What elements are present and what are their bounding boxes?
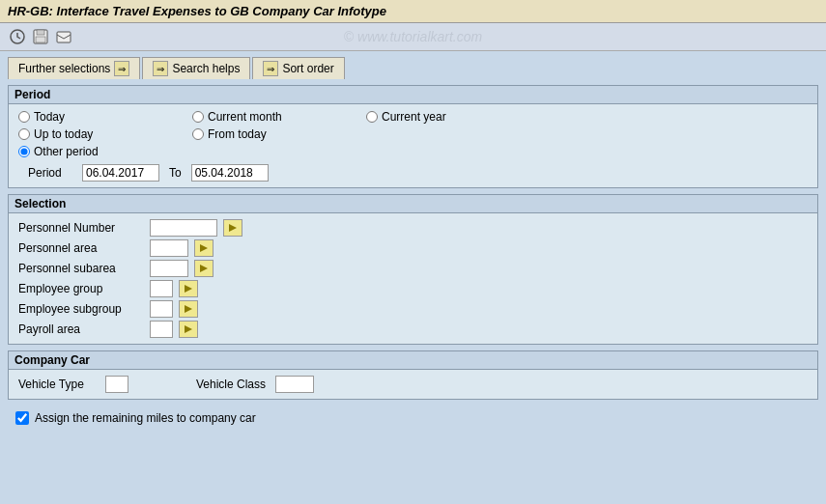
save-icon[interactable] xyxy=(31,27,50,46)
radio-today-label: Today xyxy=(34,110,65,124)
period-section-title: Period xyxy=(9,86,817,104)
radio-today: Today xyxy=(18,110,192,124)
radio-current-month: Current month xyxy=(192,110,366,124)
sel-row-personnel-number: Personnel Number xyxy=(18,219,808,237)
title-bar: HR-GB: Interface Travel Expenses to GB C… xyxy=(0,0,826,23)
vehicle-class-label: Vehicle Class xyxy=(196,378,266,391)
clock-icon[interactable] xyxy=(8,27,27,46)
main-content: Period Today Current month Current year … xyxy=(0,79,826,436)
sel-input-employee-subgroup[interactable] xyxy=(150,300,173,318)
sel-input-personnel-number[interactable] xyxy=(150,219,217,237)
svg-marker-6 xyxy=(200,244,208,252)
sort-order-arrow: ⇒ xyxy=(263,61,278,76)
svg-rect-3 xyxy=(36,37,45,42)
radio-current-month-input[interactable] xyxy=(192,111,204,123)
assign-miles-checkbox[interactable] xyxy=(15,411,29,425)
svg-marker-10 xyxy=(185,325,192,333)
svg-rect-2 xyxy=(37,30,44,35)
svg-marker-9 xyxy=(185,305,192,313)
local-icon[interactable] xyxy=(54,27,73,46)
sel-input-personnel-area[interactable] xyxy=(150,239,188,257)
search-helps-arrow: ⇒ xyxy=(153,61,168,76)
page-title: HR-GB: Interface Travel Expenses to GB C… xyxy=(8,4,386,18)
sel-row-personnel-area: Personnel area xyxy=(18,239,808,257)
period-row-label: Period xyxy=(28,166,76,180)
tabs-row: Further selections ⇒ ⇒ Search helps ⇒ So… xyxy=(0,51,826,79)
period-date-row: Period To xyxy=(28,164,808,182)
sel-arrow-personnel-area[interactable] xyxy=(194,239,214,257)
tab-search-helps-label: Search helps xyxy=(172,62,240,75)
radio-current-year-label: Current year xyxy=(382,110,446,124)
sel-label-payroll-area: Payroll area xyxy=(18,322,144,336)
svg-marker-5 xyxy=(229,224,237,232)
tab-sort-order-label: Sort order xyxy=(282,62,333,75)
from-date-input[interactable] xyxy=(82,164,159,182)
sel-arrow-employee-group[interactable] xyxy=(179,280,198,297)
radio-from-today: From today xyxy=(192,127,366,141)
further-selections-arrow: ⇒ xyxy=(114,61,129,76)
company-car-section-title: Company Car xyxy=(9,351,817,370)
company-car-section-body: Vehicle Type Vehicle Class xyxy=(9,370,817,399)
sel-label-employee-subgroup: Employee subgroup xyxy=(18,302,144,316)
to-label: To xyxy=(169,166,182,180)
checkbox-row: Assign the remaining miles to company ca… xyxy=(8,406,818,431)
vehicle-type-label: Vehicle Type xyxy=(18,378,96,391)
sel-arrow-payroll-area[interactable] xyxy=(179,321,198,338)
radio-up-to-today-label: Up to today xyxy=(34,127,93,141)
watermark: © www.tutorialkart.com xyxy=(344,29,482,44)
radio-from-today-label: From today xyxy=(208,127,267,141)
sel-label-personnel-subarea: Personnel subarea xyxy=(18,262,144,275)
radio-other-period-label: Other period xyxy=(34,145,99,158)
sel-label-employee-group: Employee group xyxy=(18,282,144,295)
sel-input-payroll-area[interactable] xyxy=(150,321,173,338)
assign-miles-label: Assign the remaining miles to company ca… xyxy=(35,411,256,425)
company-car-section: Company Car Vehicle Type Vehicle Class xyxy=(8,350,818,400)
selection-section-body: Personnel Number Personnel area Personne… xyxy=(9,213,817,344)
sel-arrow-personnel-subarea[interactable] xyxy=(194,260,214,277)
tab-sort-order[interactable]: ⇒ Sort order xyxy=(252,57,344,79)
radio-today-input[interactable] xyxy=(18,111,30,123)
tab-search-helps[interactable]: ⇒ Search helps xyxy=(142,57,250,79)
vehicle-type-input[interactable] xyxy=(105,376,128,393)
tab-further-selections[interactable]: Further selections ⇒ xyxy=(8,57,140,79)
sel-row-personnel-subarea: Personnel subarea xyxy=(18,260,808,277)
sel-input-employee-group[interactable] xyxy=(150,280,173,297)
vehicle-class-input[interactable] xyxy=(275,376,314,393)
to-date-input[interactable] xyxy=(191,164,269,182)
radio-current-year: Current year xyxy=(366,110,540,124)
svg-marker-7 xyxy=(200,265,208,272)
selection-section: Selection Personnel Number Personnel are… xyxy=(8,194,818,345)
radio-current-month-label: Current month xyxy=(208,110,282,124)
tab-further-selections-label: Further selections xyxy=(18,62,110,75)
toolbar: © www.tutorialkart.com xyxy=(0,23,826,51)
radio-other-period-input[interactable] xyxy=(18,146,30,157)
period-section-body: Today Current month Current year Up to t… xyxy=(9,104,817,187)
sel-row-employee-subgroup: Employee subgroup xyxy=(18,300,808,318)
sel-arrow-employee-subgroup[interactable] xyxy=(179,300,198,318)
radio-up-to-today: Up to today xyxy=(18,127,192,141)
sel-row-employee-group: Employee group xyxy=(18,280,808,297)
radio-other-period: Other period xyxy=(18,145,192,158)
period-section: Period Today Current month Current year … xyxy=(8,85,818,188)
sel-row-payroll-area: Payroll area xyxy=(18,321,808,338)
selection-section-title: Selection xyxy=(9,195,817,213)
company-car-row: Vehicle Type Vehicle Class xyxy=(18,376,808,393)
svg-marker-8 xyxy=(185,285,192,293)
sel-arrow-personnel-number[interactable] xyxy=(223,219,242,237)
sel-label-personnel-area: Personnel area xyxy=(18,241,144,255)
sel-label-personnel-number: Personnel Number xyxy=(18,221,144,235)
period-radios: Today Current month Current year Up to t… xyxy=(18,110,808,158)
radio-current-year-input[interactable] xyxy=(366,111,378,123)
radio-from-today-input[interactable] xyxy=(192,128,204,140)
svg-rect-4 xyxy=(57,32,71,42)
radio-up-to-today-input[interactable] xyxy=(18,128,30,140)
selection-grid: Personnel Number Personnel area Personne… xyxy=(18,219,808,338)
sel-input-personnel-subarea[interactable] xyxy=(150,260,188,277)
